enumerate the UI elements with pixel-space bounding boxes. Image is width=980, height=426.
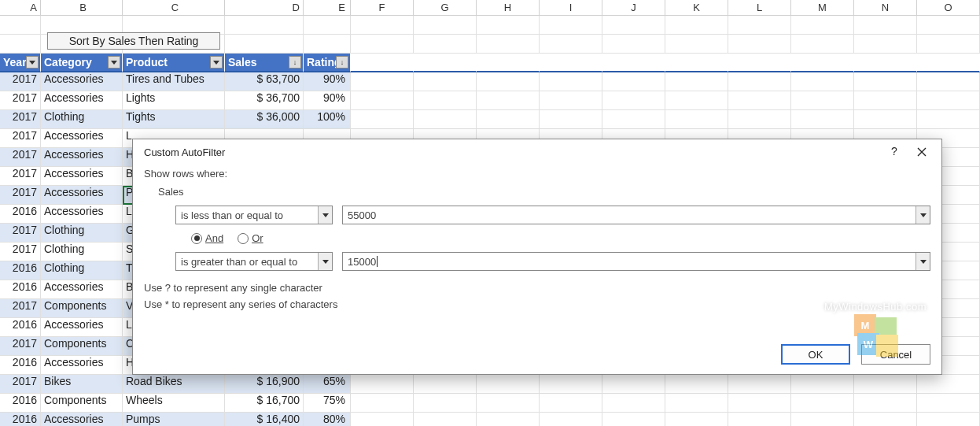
cell[interactable]	[540, 110, 602, 129]
col-header-B[interactable]: B	[41, 0, 123, 15]
cell[interactable]: 2016	[0, 318, 41, 337]
cell[interactable]: Accessories	[41, 318, 123, 337]
cell[interactable]	[414, 72, 477, 91]
cell[interactable]	[477, 375, 540, 394]
col-header-A[interactable]: A	[0, 0, 41, 15]
cell[interactable]: 90%	[304, 72, 351, 91]
cell[interactable]: Accessories	[41, 356, 123, 375]
help-button[interactable]: ?	[882, 143, 907, 161]
cell[interactable]: Accessories	[41, 280, 123, 299]
cell[interactable]	[665, 394, 728, 413]
cell[interactable]	[728, 91, 791, 110]
cell[interactable]	[917, 110, 980, 129]
cell[interactable]	[540, 375, 602, 394]
cell[interactable]	[351, 91, 414, 110]
cell[interactable]	[602, 413, 665, 426]
cell[interactable]: Accessories	[41, 129, 123, 148]
table-row[interactable]: 2016ComponentsWheels$ 16,70075%	[0, 394, 980, 413]
cell[interactable]	[602, 375, 665, 394]
cell[interactable]: Components	[41, 337, 123, 356]
col-header-J[interactable]: J	[602, 0, 665, 15]
cell[interactable]: 2016	[0, 394, 41, 413]
col-header-H[interactable]: H	[477, 0, 540, 15]
value-1-input[interactable]: 55000	[342, 206, 930, 224]
cell[interactable]	[791, 394, 854, 413]
cell[interactable]: 2017	[0, 72, 41, 91]
cell[interactable]: Accessories	[41, 167, 123, 186]
operator-1-dropdown[interactable]: is less than or equal to	[175, 206, 333, 224]
table-row[interactable]: 2017ClothingTights$ 36,000100%	[0, 110, 980, 129]
col-header-O[interactable]: O	[917, 0, 980, 15]
col-header-I[interactable]: I	[540, 0, 602, 15]
cell[interactable]	[917, 375, 980, 394]
cell[interactable]	[540, 413, 602, 426]
table-row[interactable]: 2017AccessoriesTires and Tubes$ 63,70090…	[0, 72, 980, 91]
cell[interactable]: 2017	[0, 167, 41, 186]
cell[interactable]	[665, 91, 728, 110]
cell[interactable]: Tights	[123, 110, 225, 129]
cell[interactable]	[540, 72, 602, 91]
col-header-N[interactable]: N	[854, 0, 917, 15]
cancel-button[interactable]: Cancel	[861, 344, 930, 365]
cell[interactable]	[665, 375, 728, 394]
cell[interactable]	[602, 394, 665, 413]
col-header-K[interactable]: K	[665, 0, 728, 15]
cell[interactable]: Lights	[123, 91, 225, 110]
cell[interactable]: 2016	[0, 280, 41, 299]
cell[interactable]: 2017	[0, 186, 41, 205]
cell[interactable]	[665, 72, 728, 91]
table-row[interactable]: 2016AccessoriesPumps$ 16,40080%	[0, 413, 980, 426]
cell[interactable]: 75%	[304, 394, 351, 413]
cell[interactable]	[477, 91, 540, 110]
cell[interactable]	[477, 413, 540, 426]
cell[interactable]: Clothing	[41, 110, 123, 129]
cell[interactable]	[728, 394, 791, 413]
table-row[interactable]: 2017AccessoriesLights$ 36,70090%	[0, 91, 980, 110]
cell[interactable]	[854, 375, 917, 394]
cell[interactable]: Pumps	[123, 413, 225, 426]
cell[interactable]	[602, 110, 665, 129]
col-header-D[interactable]: D	[225, 0, 304, 15]
cell[interactable]: $ 63,700	[225, 72, 304, 91]
cell[interactable]	[414, 110, 477, 129]
cell[interactable]: 2017	[0, 110, 41, 129]
cell[interactable]	[351, 375, 414, 394]
col-header-G[interactable]: G	[414, 0, 477, 15]
cell[interactable]	[854, 110, 917, 129]
cell[interactable]: 65%	[304, 375, 351, 394]
cell[interactable]	[477, 72, 540, 91]
cell[interactable]	[917, 91, 980, 110]
close-button[interactable]	[907, 143, 937, 161]
cell[interactable]	[351, 413, 414, 426]
and-radio[interactable]: And	[191, 232, 223, 244]
cell[interactable]	[854, 72, 917, 91]
cell[interactable]: Components	[41, 394, 123, 413]
cell[interactable]	[854, 413, 917, 426]
header-sales[interactable]: Sales ↓	[225, 54, 304, 72]
cell[interactable]: $ 16,400	[225, 413, 304, 426]
col-header-L[interactable]: L	[728, 0, 791, 15]
cell[interactable]	[477, 394, 540, 413]
cell[interactable]: $ 16,900	[225, 375, 304, 394]
sort-by-sales-rating-button[interactable]: Sort By Sales Then Rating	[47, 32, 220, 50]
cell[interactable]: 2016	[0, 356, 41, 375]
header-category[interactable]: Category	[41, 54, 123, 72]
cell[interactable]	[477, 110, 540, 129]
cell[interactable]: Clothing	[41, 224, 123, 243]
cell[interactable]: 100%	[304, 110, 351, 129]
cell[interactable]	[917, 72, 980, 91]
cell[interactable]: Clothing	[41, 261, 123, 280]
cell[interactable]: Clothing	[41, 243, 123, 261]
ok-button[interactable]: OK	[781, 344, 850, 365]
cell[interactable]: 2016	[0, 205, 41, 224]
cell[interactable]: 2017	[0, 224, 41, 243]
cell[interactable]	[854, 394, 917, 413]
value-2-input[interactable]: 15000​	[342, 252, 930, 271]
cell[interactable]	[854, 91, 917, 110]
cell[interactable]: 2016	[0, 261, 41, 280]
col-header-M[interactable]: M	[791, 0, 854, 15]
cell[interactable]: Accessories	[41, 91, 123, 110]
cell[interactable]	[917, 413, 980, 426]
cell[interactable]	[602, 91, 665, 110]
cell[interactable]: 2017	[0, 243, 41, 261]
